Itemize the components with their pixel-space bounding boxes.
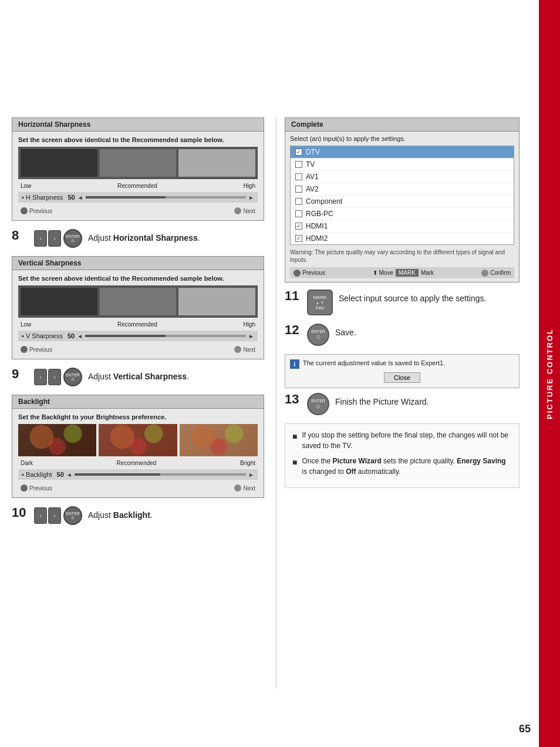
input-item-hdmi2[interactable]: ✓ HDMI2 <box>291 233 514 244</box>
vert-labels: Low Recommended High <box>18 321 258 328</box>
left-arrow-btn-10[interactable]: ‹ <box>34 507 47 524</box>
left-arrow-btn[interactable]: ‹ <box>34 230 47 247</box>
right-arrow-btn-9[interactable]: › <box>48 369 61 385</box>
next-icon <box>234 207 241 214</box>
vert-slider-track[interactable] <box>85 335 246 337</box>
note-2-bullet: ■ <box>292 456 297 469</box>
preview-bar-2 <box>100 149 177 177</box>
enter-icon-12: ⊙ <box>316 334 321 340</box>
bl-preview-mid <box>99 424 177 456</box>
step-8-text-before: Adjust <box>88 233 113 243</box>
step-13-number: 13 <box>285 393 301 406</box>
prev-icon <box>21 207 28 214</box>
vert-next-btn[interactable]: Next <box>234 346 255 353</box>
horiz-sharpness-desc: Set the screen above identical to the Re… <box>18 136 258 143</box>
bl-prev-btn[interactable]: Previous <box>21 484 52 492</box>
step-10-text-after: . <box>150 510 153 520</box>
left-arrow-btn-9[interactable]: ‹ <box>34 369 47 385</box>
horiz-preview-bars <box>18 147 258 179</box>
input-item-rgbpc[interactable]: RGB-PC <box>291 208 514 220</box>
enter-btn-10[interactable]: ENTER⊙ <box>63 506 82 525</box>
vert-arrow-right[interactable]: ► <box>248 333 254 339</box>
enter-btn-12[interactable]: ENTER ⊙ <box>307 324 329 346</box>
input-item-hdmi1[interactable]: ✓ HDMI1 <box>291 220 514 233</box>
close-button[interactable]: Close <box>384 372 420 383</box>
input-item-tv[interactable]: TV <box>291 159 514 171</box>
input-label-rgbpc: RGB-PC <box>306 210 333 218</box>
complete-confirm-btn[interactable]: Confirm <box>481 270 511 277</box>
input-label-dtv: DTV <box>306 148 320 156</box>
right-arrow-btn-10[interactable]: › <box>48 507 61 524</box>
lr-nav-group: ‹ › <box>34 230 61 247</box>
nav-mark-btn[interactable]: MARK <box>396 269 419 277</box>
horiz-next-label: Next <box>243 208 255 214</box>
note-2: ■ Once the Picture Wizard sets the pictu… <box>292 456 512 477</box>
lr-nav-group-10: ‹ › <box>34 507 61 524</box>
vert-arrow-left[interactable]: ◄ <box>77 333 83 339</box>
checkbox-hdmi1[interactable]: ✓ <box>295 223 302 230</box>
input-item-av1[interactable]: AV1 <box>291 171 514 183</box>
info-row: i The current adjustment value is saved … <box>290 359 514 369</box>
vert-label-high: High <box>243 321 255 328</box>
vert-prev-btn[interactable]: Previous <box>21 346 52 353</box>
bl-label-recommended: Recommended <box>117 460 157 466</box>
enter-btn-8[interactable]: ENTER⊙ <box>63 229 82 248</box>
horiz-prev-btn[interactable]: Previous <box>21 207 52 214</box>
checkbox-av1[interactable] <box>295 173 302 180</box>
step-9-desc: Adjust Vertical Sharpness. <box>88 368 189 383</box>
page-number: 65 <box>519 723 531 735</box>
step-12-desc: Save. <box>335 324 356 339</box>
note-1-bullet: ■ <box>292 430 297 443</box>
step-10-text-bold: Backlight <box>113 510 150 520</box>
checkbox-dtv[interactable]: ✓ <box>295 149 302 156</box>
note-2-text: Once the Picture Wizard sets the picture… <box>302 456 512 477</box>
step-12-section: 12 ENTER ⊙ Save. <box>285 324 519 346</box>
enter-btn-9[interactable]: ENTER⊙ <box>63 368 82 386</box>
bl-arrow-right[interactable]: ► <box>248 472 254 478</box>
vert-nav-row: Previous Next <box>18 345 258 354</box>
info-icon: i <box>290 359 299 369</box>
checkbox-component[interactable] <box>295 198 302 205</box>
checkbox-av2[interactable] <box>295 186 302 193</box>
label-high: High <box>243 183 255 189</box>
bl-next-btn[interactable]: Next <box>234 484 255 492</box>
step-10-section: 10 ‹ › ENTER⊙ Adjust Backlight. <box>12 506 264 525</box>
complete-confirm-label: Confirm <box>490 270 511 276</box>
step-10-number: 10 <box>12 506 28 519</box>
bl-slider-track[interactable] <box>75 473 246 476</box>
horiz-slider-row: • H Sharpness 50 ◄ ► <box>18 192 258 203</box>
step-9-text-before: Adjust <box>88 372 113 381</box>
right-column: Complete Select (an) input(s) to apply t… <box>285 117 519 488</box>
input-item-dtv[interactable]: ✓ DTV <box>291 146 514 159</box>
fav-label: FAV <box>316 305 325 311</box>
horiz-sharpness-title: Horizontal Sharpness <box>12 118 264 132</box>
checkbox-hdmi2[interactable]: ✓ <box>295 235 302 242</box>
complete-prev-btn[interactable]: Previous <box>294 270 325 277</box>
input-item-av2[interactable]: AV2 <box>291 183 514 196</box>
horiz-arrow-left[interactable]: ◄ <box>77 194 83 201</box>
horiz-nav-row: Previous Next <box>18 206 258 216</box>
info-text: The current adjustment value is saved to… <box>303 359 445 369</box>
right-arrow-btn[interactable]: › <box>48 230 61 247</box>
enter-btn-13[interactable]: ENTER ⊙ <box>307 393 329 415</box>
mark-fav-button[interactable]: MARK ▲▼ FAV <box>307 290 333 315</box>
horiz-arrow-right[interactable]: ► <box>248 194 254 201</box>
input-label-tv: TV <box>306 160 315 169</box>
bl-arrow-left[interactable]: ◄ <box>66 472 72 478</box>
horiz-slider-track[interactable] <box>86 196 246 198</box>
vert-prev-icon <box>21 346 28 353</box>
input-item-component[interactable]: Component <box>291 196 514 208</box>
complete-prev-label: Previous <box>302 270 325 276</box>
step-9-section: 9 ‹ › ENTER⊙ Adjust Vertical Sharpness. <box>12 368 264 386</box>
step-12-number: 12 <box>285 324 301 337</box>
checkbox-tv[interactable] <box>295 161 302 168</box>
step-10-text-before: Adjust <box>88 510 113 520</box>
checkbox-rgbpc[interactable] <box>295 210 302 217</box>
bl-preview-bright <box>180 424 258 456</box>
horiz-slider-fill <box>86 196 166 198</box>
complete-confirm-icon <box>481 270 488 277</box>
sidebar-label: PICTURE CONTROL <box>545 328 554 419</box>
horiz-next-btn[interactable]: Next <box>234 207 255 214</box>
complete-prev-icon <box>294 270 301 277</box>
enter-label-12: ENTER <box>311 329 325 334</box>
